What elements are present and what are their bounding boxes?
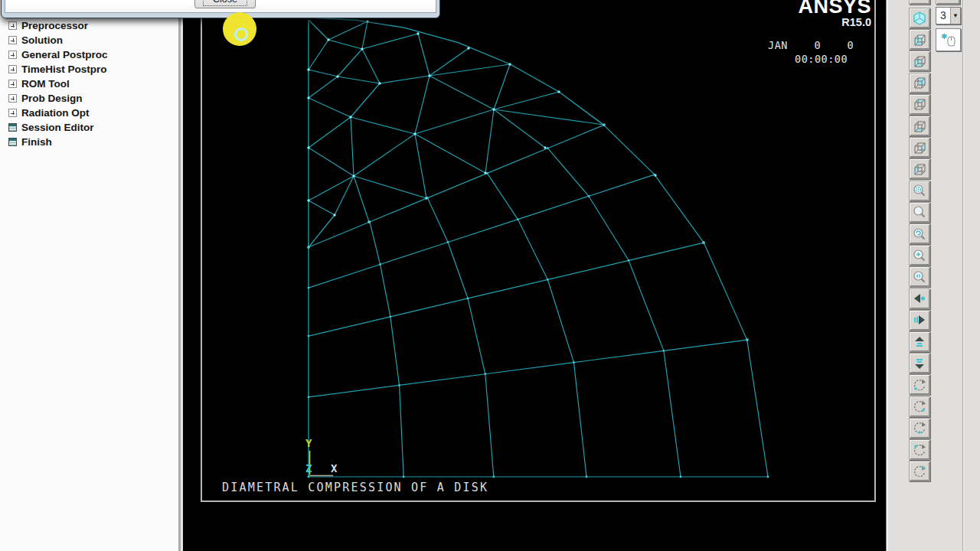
main-menu: PreprocessorSolutionGeneral PostprocTime… bbox=[0, 18, 178, 149]
view-top-button[interactable] bbox=[909, 94, 930, 115]
box-zoom-button[interactable] bbox=[909, 223, 930, 244]
expand-plus-icon[interactable] bbox=[8, 109, 17, 117]
zoom-button[interactable] bbox=[909, 181, 930, 201]
cube-top-icon bbox=[912, 96, 927, 112]
ansys-version: R15.0 bbox=[841, 16, 871, 28]
view-iso-button[interactable] bbox=[909, 8, 930, 28]
mag-plus-icon bbox=[912, 248, 927, 263]
rotate-x-plus-button[interactable] bbox=[909, 374, 930, 395]
panel-divider-highlight bbox=[181, 0, 183, 551]
pan-left-button[interactable] bbox=[909, 289, 930, 309]
rotate-z-plus-button[interactable] bbox=[909, 461, 930, 481]
plot-title: DIAMETRAL COMPRESSION OF A DISK bbox=[222, 481, 488, 494]
cube-bottom-icon bbox=[912, 119, 927, 134]
menu-item-session-editor[interactable]: Session Editor bbox=[0, 120, 178, 135]
triad-z-label: Z bbox=[305, 462, 312, 474]
view-front-button[interactable] bbox=[909, 51, 930, 71]
cube-oblique-icon bbox=[912, 32, 927, 47]
chevron-down-icon[interactable]: ▼ bbox=[950, 8, 960, 24]
editor-icon[interactable] bbox=[8, 123, 17, 132]
menu-item-label: Session Editor bbox=[21, 122, 94, 133]
menu-item-radiation-opt[interactable]: Radiation Opt bbox=[0, 106, 178, 120]
menu-item-label: TimeHist Postpro bbox=[21, 64, 107, 75]
dialog-body: Close bbox=[5, 0, 436, 13]
pan-down-button[interactable] bbox=[909, 353, 930, 373]
arrow-left-icon bbox=[912, 291, 927, 306]
menu-item-finish[interactable]: Finish bbox=[0, 135, 178, 149]
cube-left-icon bbox=[912, 161, 927, 177]
graphics-svg[interactable] bbox=[183, 0, 886, 551]
menu-item-label: Prob Design bbox=[21, 93, 83, 104]
view-back-button[interactable] bbox=[909, 73, 930, 93]
date-readout: JAN 0 0 bbox=[768, 39, 854, 51]
pan-right-button[interactable] bbox=[909, 310, 930, 331]
expand-plus-icon[interactable] bbox=[8, 80, 17, 88]
menu-item-timehist-postpro[interactable]: TimeHist Postpro bbox=[0, 62, 178, 77]
dropdown-value: 3 bbox=[936, 8, 950, 24]
expand-plus-icon[interactable] bbox=[8, 21, 17, 30]
view-left-button[interactable] bbox=[909, 158, 930, 179]
menu-item-label: Finish bbox=[21, 136, 52, 148]
mag-spin-icon bbox=[912, 227, 927, 242]
rotate4-icon bbox=[912, 442, 927, 458]
rotate-x-minus-button[interactable] bbox=[909, 396, 930, 417]
triad-y-label: Y bbox=[305, 437, 312, 449]
toolbar-clipped-button-left[interactable] bbox=[909, 0, 930, 5]
rotate1-icon bbox=[912, 377, 927, 393]
cube-iso-icon bbox=[912, 11, 927, 26]
zoom-in-button[interactable] bbox=[909, 202, 930, 223]
close-button[interactable]: Close bbox=[194, 0, 256, 8]
arrow-right-icon bbox=[912, 312, 927, 328]
node-ring-marker bbox=[234, 28, 248, 41]
expand-plus-icon[interactable] bbox=[8, 51, 17, 59]
view-right-button[interactable] bbox=[909, 137, 930, 158]
pan-up-button[interactable] bbox=[909, 331, 930, 352]
toolbar-divider bbox=[962, 0, 964, 551]
cube-front-icon bbox=[912, 54, 927, 69]
mag-plain-icon bbox=[912, 204, 927, 220]
arrow-up-icon bbox=[912, 334, 927, 350]
svg-text:✱: ✱ bbox=[941, 32, 947, 41]
rotate2-icon bbox=[912, 399, 927, 414]
menu-item-prob-design[interactable]: Prob Design bbox=[0, 91, 178, 106]
menu-item-label: Preprocessor bbox=[21, 20, 88, 31]
menu-item-label: Solution bbox=[21, 34, 63, 46]
cube-back-icon bbox=[912, 75, 927, 90]
view-bottom-button[interactable] bbox=[909, 116, 930, 136]
zoom-model-button[interactable] bbox=[909, 245, 930, 266]
rotate5-icon bbox=[912, 464, 927, 479]
menu-item-label: General Postproc bbox=[21, 49, 108, 60]
gear-mouse-icon: ✱ bbox=[940, 31, 957, 48]
graphics-window[interactable]: ANSYS R15.0 JAN 0 0 00:00:00 DIAMETRAL C… bbox=[183, 0, 886, 551]
main-menu-panel: PreprocessorSolutionGeneral PostprocTime… bbox=[0, 0, 178, 551]
menu-item-rom-tool[interactable]: ROM Tool bbox=[0, 77, 178, 91]
rotate-y-minus-button[interactable] bbox=[909, 439, 930, 460]
triad-x-label: X bbox=[331, 462, 337, 474]
expand-plus-icon[interactable] bbox=[8, 65, 17, 73]
arrow-down-icon bbox=[912, 356, 927, 371]
menu-item-label: Radiation Opt bbox=[21, 107, 90, 119]
mag-target-icon bbox=[912, 183, 927, 198]
editor-icon[interactable] bbox=[8, 138, 17, 146]
view-toolbar: 3 ▼ ✱ bbox=[886, 0, 980, 551]
dynamic-mode-button[interactable]: ✱ bbox=[936, 28, 961, 51]
menu-item-general-postproc[interactable]: General Postproc bbox=[0, 47, 178, 62]
close-button-label: Close bbox=[203, 0, 247, 6]
zoom-out-button[interactable] bbox=[909, 266, 930, 287]
menu-item-label: ROM Tool bbox=[21, 78, 70, 90]
rotate-y-plus-button[interactable] bbox=[909, 418, 930, 439]
mag-minus-icon bbox=[912, 269, 927, 285]
menu-item-solution[interactable]: Solution bbox=[0, 33, 178, 47]
toolbar-clipped-button-right[interactable] bbox=[936, 0, 960, 5]
dialog: Close bbox=[1, 0, 440, 18]
cube-right-icon bbox=[912, 140, 927, 155]
expand-plus-icon[interactable] bbox=[8, 36, 17, 44]
expand-plus-icon[interactable] bbox=[8, 94, 17, 103]
ansys-app-window: { "app": { "name": "ANSYS Mechanical APD… bbox=[0, 0, 980, 551]
view-oblique-button[interactable] bbox=[909, 29, 930, 50]
time-readout: 00:00:00 bbox=[795, 53, 848, 65]
menu-item-preprocessor[interactable]: Preprocessor bbox=[0, 18, 178, 33]
toolbar-value-dropdown[interactable]: 3 ▼ bbox=[936, 7, 961, 24]
rotate3-icon bbox=[912, 420, 927, 435]
